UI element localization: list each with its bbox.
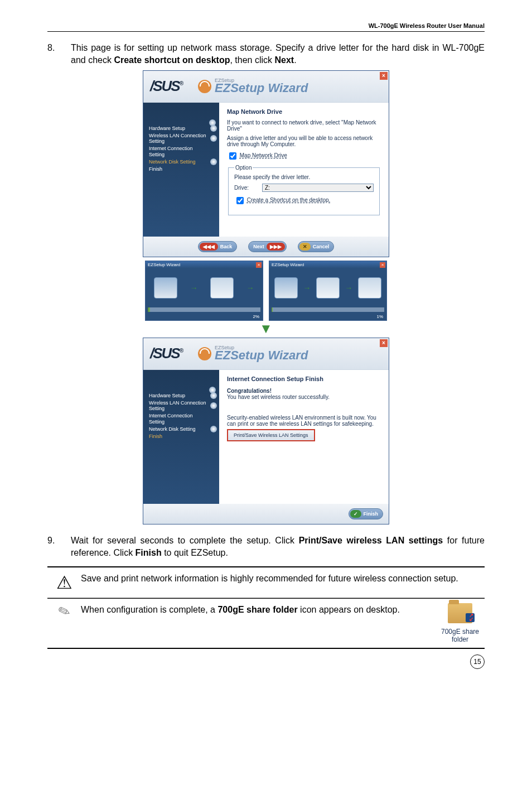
sidebar-item-label: Finish bbox=[149, 166, 162, 172]
router-icon bbox=[210, 277, 234, 299]
note-text: When configuration is complete, a 700gE … bbox=[81, 603, 436, 617]
wizard-sidebar: Hardware Setup Wireless LAN Connection S… bbox=[143, 103, 219, 237]
mini-title: EZSetup Wizard bbox=[146, 261, 263, 268]
sidebar-item-label: Finish bbox=[149, 434, 162, 439]
back-button[interactable]: ◀◀◀Back bbox=[198, 241, 238, 252]
bullet-icon bbox=[210, 135, 217, 142]
option-fieldset: Option Please specify the driver letter.… bbox=[228, 165, 380, 215]
drive-select[interactable]: Z: bbox=[262, 184, 374, 192]
finish-button[interactable]: ✓Finish bbox=[349, 508, 384, 519]
sidebar-item-hardware[interactable]: Hardware Setup bbox=[143, 392, 219, 399]
folder-glyph-icon: ↗↙ bbox=[448, 603, 472, 623]
close-icon[interactable]: × bbox=[380, 262, 385, 268]
progress-pct: 1% bbox=[269, 314, 386, 320]
arrow-icon: → bbox=[190, 283, 198, 292]
progress-window-1: EZSetup Wizard × → → 2% bbox=[145, 261, 263, 321]
wizard-title: EZSetup EZSetup Wizard bbox=[198, 78, 308, 95]
sidebar-item-label: Internet Connection Setting bbox=[149, 413, 193, 425]
arrow-icon: → bbox=[246, 283, 254, 292]
note-2: ✎ When configuration is complete, a 700g… bbox=[47, 598, 485, 649]
sidebar-item-finish[interactable]: Finish bbox=[143, 433, 219, 440]
t-b: Finish bbox=[136, 548, 162, 557]
cancel-button[interactable]: ✕Cancel bbox=[298, 241, 335, 252]
close-icon[interactable]: × bbox=[380, 72, 388, 80]
drive-label: Drive: bbox=[234, 185, 262, 191]
computer-icon bbox=[274, 277, 298, 299]
progress-fill bbox=[148, 307, 150, 312]
step-text: This page is for setting up network mass… bbox=[71, 42, 485, 67]
sidebar-item-internet[interactable]: Internet Connection Setting bbox=[143, 145, 219, 158]
map-drive-label: Map Network Drive bbox=[240, 152, 287, 158]
t: , then click bbox=[230, 55, 274, 65]
wizard-sidebar: Hardware Setup Wireless LAN Connection S… bbox=[143, 370, 219, 504]
wizard-map-drive: × /SUS® EZSetup EZSetup Wizard Hardware … bbox=[143, 70, 389, 257]
bullet-icon bbox=[210, 402, 217, 409]
logo-text: /SUS bbox=[150, 345, 180, 362]
shortcut-checkbox[interactable] bbox=[236, 197, 244, 204]
down-arrow-icon: ▼ bbox=[47, 321, 485, 336]
t: icon appears on desktop. bbox=[298, 605, 400, 614]
env-text: Security-enabled wireless LAN environmen… bbox=[227, 415, 381, 427]
progress-window-2: EZSetup Wizard × → → 1% bbox=[269, 261, 387, 321]
btn-label: Cancel bbox=[313, 244, 330, 249]
ezsetup-icon bbox=[198, 347, 211, 360]
computer-icon bbox=[154, 277, 177, 299]
btn-label: Finish bbox=[364, 511, 379, 517]
step-number: 9. bbox=[47, 535, 71, 560]
print-save-button[interactable]: Print/Save Wireless LAN Settings bbox=[227, 429, 315, 441]
sidebar-item-finish[interactable]: Finish bbox=[143, 166, 219, 173]
sidebar-item-wlan[interactable]: Wireless LAN Connection Setting bbox=[143, 132, 219, 146]
sidebar-item-label: Hardware Setup bbox=[149, 393, 185, 398]
sidebar-item-internet[interactable]: Internet Connection Setting bbox=[143, 412, 219, 426]
sidebar-item-wlan[interactable]: Wireless LAN Connection Setting bbox=[143, 399, 219, 413]
sidebar-item-label: Hardware Setup bbox=[149, 126, 185, 131]
wizard-header: /SUS® EZSetup EZSetup Wizard bbox=[143, 338, 389, 370]
sidebar-item-netdisk[interactable]: Network Disk Setting bbox=[143, 158, 219, 166]
reg-mark: ® bbox=[180, 348, 182, 354]
next-arrow-icon: ▶▶▶ bbox=[267, 243, 285, 251]
bullet-icon bbox=[210, 125, 217, 132]
check-icon: ✓ bbox=[350, 510, 361, 518]
bullet-icon bbox=[210, 426, 217, 432]
map-drive-checkbox[interactable] bbox=[229, 152, 236, 160]
arrow-icon: → bbox=[303, 283, 311, 292]
reg-mark: ® bbox=[180, 81, 182, 87]
sidebar-item-netdisk[interactable]: Network Disk Setting bbox=[143, 426, 219, 433]
progress-row: EZSetup Wizard × → → 2% EZSetup Wizard ×… bbox=[143, 261, 389, 321]
t-b: Print/Save wireless LAN settings bbox=[299, 536, 443, 545]
next-button[interactable]: Next▶▶▶ bbox=[248, 241, 287, 252]
sidebar-item-label: Network Disk Setting bbox=[149, 159, 196, 165]
share-folder-icon: ↗↙ 700gE share folder bbox=[436, 603, 485, 643]
wizard-header: /SUS® EZSetup EZSetup Wizard bbox=[143, 71, 389, 103]
step-9: 9. Wait for several seconds to complete … bbox=[47, 535, 485, 560]
content-title: Map Network Drive bbox=[227, 108, 381, 115]
ez-title: EZSetup Wizard bbox=[215, 81, 308, 95]
progress-bar bbox=[272, 307, 384, 312]
step-text: Wait for several seconds to complete the… bbox=[71, 535, 485, 560]
wizard-footer: ✓Finish bbox=[143, 504, 389, 524]
wizard-content: Map Network Drive If you want to connect… bbox=[219, 103, 389, 237]
close-icon[interactable]: × bbox=[380, 339, 388, 347]
cancel-x-icon: ✕ bbox=[299, 243, 311, 251]
wan-icon bbox=[358, 277, 381, 299]
asus-logo: /SUS® bbox=[150, 345, 182, 362]
close-icon[interactable]: × bbox=[256, 262, 262, 268]
sidebar-item-label: Wireless LAN Connection Setting bbox=[149, 133, 206, 145]
intro-text-2: Assign a drive letter and you will be ab… bbox=[227, 135, 381, 147]
asus-logo: /SUS® bbox=[150, 78, 182, 95]
sidebar-item-label: Network Disk Setting bbox=[149, 426, 196, 432]
congrats-text: Congratulations! bbox=[227, 388, 381, 394]
page-num-val: 15 bbox=[470, 654, 485, 669]
t-b: 700gE share folder bbox=[217, 605, 297, 614]
bullet-icon bbox=[210, 392, 217, 399]
ez-title: EZSetup Wizard bbox=[215, 348, 308, 363]
note-text: Save and print network information is hi… bbox=[81, 572, 485, 585]
intro-text: If you want to connect to network drive,… bbox=[227, 119, 381, 132]
warning-icon: ⚠ bbox=[47, 572, 81, 593]
note-1: ⚠ Save and print network information is … bbox=[47, 566, 485, 598]
pen-icon: ✎ bbox=[47, 603, 81, 620]
sidebar-item-label: Wireless LAN Connection Setting bbox=[149, 400, 206, 412]
router-icon bbox=[316, 277, 340, 299]
progress-fill bbox=[272, 307, 273, 312]
sidebar-item-hardware[interactable]: Hardware Setup bbox=[143, 125, 219, 132]
